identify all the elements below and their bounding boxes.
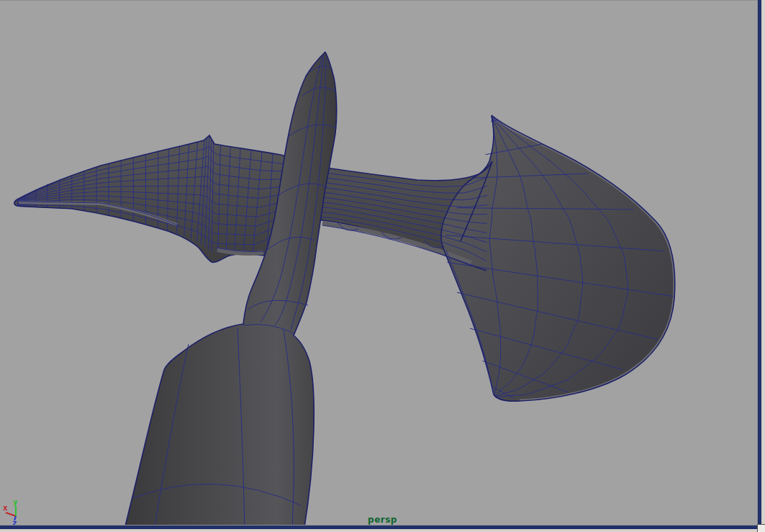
maya-perspective-viewport[interactable]: x y z persp	[0, 0, 765, 532]
camera-name-label: persp	[0, 515, 765, 525]
x-axis-label: x	[3, 503, 8, 513]
window-resize-corner[interactable]	[757, 524, 765, 532]
viewport-3d-canvas[interactable]	[0, 0, 765, 532]
window-edge-right	[761, 0, 765, 532]
window-edge-bottom	[0, 529, 765, 532]
axe-right-blade-surface[interactable]	[441, 115, 675, 401]
window-top-seam	[0, 0, 765, 1]
y-axis-label: y	[13, 497, 18, 507]
axe-model[interactable]	[14, 52, 675, 532]
axe-handle-surface[interactable]	[124, 52, 337, 532]
